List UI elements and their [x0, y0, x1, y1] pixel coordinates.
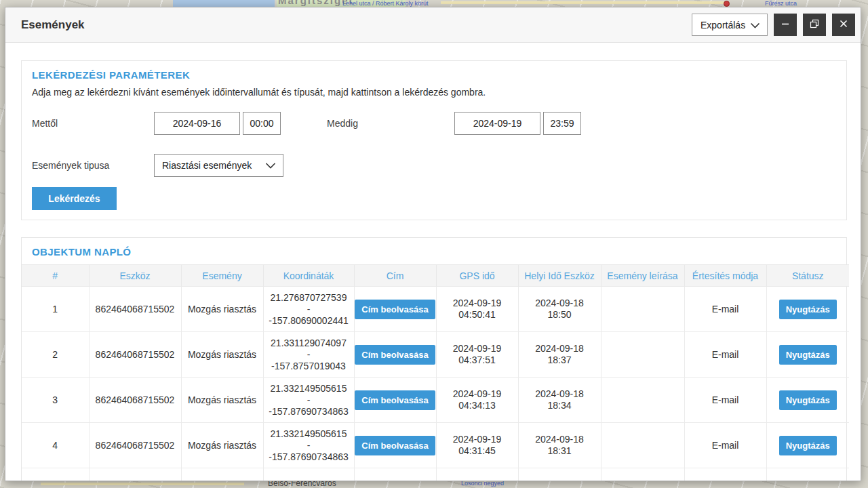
col-header-device: Eszköz: [89, 265, 181, 287]
col-header-event: Esemény: [181, 265, 263, 287]
cell-status: Nyugtázás: [766, 378, 849, 423]
latitude: 21.331129074097: [264, 338, 354, 349]
longitude: -157.87690734863: [264, 451, 354, 463]
minimize-button[interactable]: [774, 14, 797, 36]
col-header-num: #: [22, 265, 89, 287]
event-type-select[interactable]: Riasztási események: [154, 154, 283, 177]
cell-gps-time: 2024-09-19 04:34:13: [436, 378, 518, 423]
latitude: 21.332149505615: [264, 428, 354, 440]
export-label: Exportálás: [701, 20, 745, 30]
acknowledge-button[interactable]: Nyugtázás: [779, 300, 837, 319]
cell-gps-time: 2024-09-19 04:50:41: [436, 287, 518, 332]
gps-date: 2024-09-19: [437, 388, 518, 400]
chevron-down-icon: [265, 160, 276, 171]
cell-notification: E-mail: [684, 287, 766, 332]
read-address-button[interactable]: Cím beolvasása: [355, 436, 435, 455]
minimize-icon: [781, 19, 790, 30]
close-button[interactable]: [832, 14, 855, 36]
cell-description: [601, 332, 684, 378]
col-header-description: Esemény leírása: [601, 265, 684, 287]
map-label-furesz-utca: Fűrész utca: [765, 0, 797, 7]
table-header-row: # Eszköz Esemény Koordináták Cím GPS idő…: [22, 265, 849, 287]
map-road-bottom: [41, 483, 244, 485]
event-type-label: Események tipusa: [32, 160, 154, 171]
cell-num: 1: [22, 287, 89, 332]
gps-time: 04:34:13: [437, 400, 518, 411]
gps-date: 2024-09-19: [437, 343, 518, 354]
table-row-partial: [22, 468, 849, 482]
table-row: 1 862464068715502 Mozgás riasztás 21.276…: [22, 287, 849, 332]
cell-device: 862464068715502: [89, 378, 181, 423]
read-address-button[interactable]: Cím beolvasása: [355, 390, 435, 410]
export-dropdown[interactable]: Exportálás: [692, 14, 768, 36]
cell-local-time: 2024-09-18 18:50: [518, 287, 601, 332]
cell-coordinates: 21.276870727539 - -157.80690002441: [263, 287, 354, 332]
cell-description: [601, 287, 684, 332]
local-time: 18:37: [519, 354, 601, 366]
local-date: 2024-09-18: [519, 388, 601, 400]
cell-num: 3: [22, 378, 89, 423]
cell-notification: E-mail: [684, 332, 766, 378]
cell-address: Cím beolvasása: [354, 287, 436, 332]
cell-device: 862464068715502: [89, 332, 181, 378]
cell-coordinates: 21.331129074097 - -157.8757019043: [263, 332, 354, 378]
cell-notification: E-mail: [684, 423, 766, 468]
cell-description: [601, 378, 684, 423]
longitude: -157.80690002441: [264, 315, 354, 327]
to-date-input[interactable]: [454, 112, 540, 135]
to-time-input[interactable]: [543, 112, 581, 135]
cell-event: Mozgás riasztás: [181, 287, 263, 332]
map-road: [441, 1, 726, 4]
object-log-panel: OBJEKTUM NAPLÓ # Eszköz Esemény Koordiná…: [21, 237, 847, 481]
table-row: 3 862464068715502 Mozgás riasztás 21.332…: [22, 378, 849, 423]
longitude: -157.8757019043: [264, 361, 354, 372]
cell-device: 862464068715502: [89, 287, 181, 332]
cell-num: 4: [22, 423, 89, 468]
object-log-table: # Eszköz Esemény Koordináták Cím GPS idő…: [22, 264, 849, 481]
cell-event: Mozgás riasztás: [181, 378, 263, 423]
dialog-body: LEKÉRDEZÉSI PARAMÉTEREK Adja meg az leké…: [5, 43, 861, 481]
from-date-input[interactable]: [154, 112, 240, 135]
acknowledge-button[interactable]: Nyugtázás: [779, 345, 837, 365]
cell-local-time: 2024-09-18 18:37: [518, 332, 601, 378]
read-address-button[interactable]: Cím beolvasása: [355, 300, 435, 319]
gps-date: 2024-09-19: [437, 434, 518, 445]
table-row: 2 862464068715502 Mozgás riasztás 21.331…: [22, 332, 849, 378]
col-header-gps-time: GPS idő: [436, 265, 518, 287]
query-submit-button[interactable]: Lekérdezés: [32, 187, 117, 210]
cell-address: Cím beolvasása: [354, 378, 436, 423]
from-label: Mettől: [32, 118, 154, 129]
col-header-status: Státusz: [766, 265, 849, 287]
dialog-header: Események Exportálás: [5, 7, 861, 43]
acknowledge-button[interactable]: Nyugtázás: [779, 390, 837, 410]
cell-coordinates: 21.332149505615 - -157.87690734863: [263, 378, 354, 423]
cell-event: Mozgás riasztás: [181, 332, 263, 378]
cell-gps-time: 2024-09-19 04:37:51: [436, 332, 518, 378]
cell-coordinates: 21.332149505615 - -157.87690734863: [263, 423, 354, 468]
coord-separator: -: [264, 304, 354, 315]
cell-status: Nyugtázás: [766, 423, 849, 468]
cell-address: Cím beolvasása: [354, 332, 436, 378]
longitude: -157.87690734863: [264, 406, 354, 418]
query-parameters-heading: LEKÉRDEZÉSI PARAMÉTEREK: [32, 69, 836, 81]
dialog-title: Események: [21, 18, 692, 32]
read-address-button[interactable]: Cím beolvasása: [355, 345, 435, 365]
restore-button[interactable]: [803, 14, 826, 36]
col-header-address: Cím: [354, 265, 436, 287]
map-label-lehel-utca: Lehel utca / Róbert Károly körút: [342, 0, 429, 7]
gps-time: 04:50:41: [437, 309, 518, 321]
acknowledge-button[interactable]: Nyugtázás: [779, 436, 837, 455]
cell-status: Nyugtázás: [766, 287, 849, 332]
local-time: 18:50: [519, 309, 601, 321]
cell-status: Nyugtázás: [766, 332, 849, 378]
cell-local-time: 2024-09-18 18:31: [518, 423, 601, 468]
chevron-down-icon: [750, 20, 760, 30]
cell-notification: E-mail: [684, 378, 766, 423]
event-type-row: Események tipusa Riasztási események: [32, 154, 836, 177]
local-time: 18:34: [519, 400, 601, 411]
col-header-notification: Értesítés módja: [684, 265, 766, 287]
from-time-input[interactable]: [243, 112, 281, 135]
local-time: 18:31: [519, 445, 601, 457]
close-icon: [839, 19, 848, 30]
cell-description: [601, 423, 684, 468]
